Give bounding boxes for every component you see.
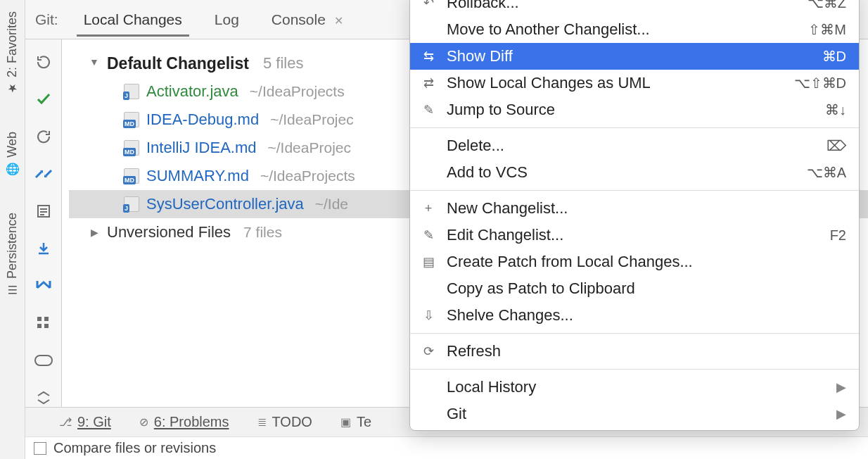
unshelve-button[interactable] xyxy=(34,276,53,295)
toolwindow-label: Te xyxy=(357,414,371,430)
rollback-icon: ↶ xyxy=(420,0,437,11)
toolwindow-todo[interactable]: ≣ TODO xyxy=(257,414,312,430)
md-file-icon: MD xyxy=(124,168,139,184)
shelve-button[interactable] xyxy=(34,239,53,258)
menu-item[interactable]: Delete...⌦ xyxy=(410,132,859,159)
tab-console[interactable]: Console ✕ xyxy=(262,3,353,36)
menu-item[interactable]: ↶Rollback...⌥⌘Z xyxy=(410,0,859,16)
toolwindow-git[interactable]: ⎇ 9: Git xyxy=(59,414,111,430)
close-icon[interactable]: ✕ xyxy=(334,15,343,27)
diff-icon xyxy=(34,167,53,181)
star-icon: ★ xyxy=(6,82,19,95)
menu-item[interactable]: Move to Another Changelist...⇧⌘M xyxy=(410,16,859,43)
file-path: ~/IdeaProjec xyxy=(268,139,352,156)
group-by-icon xyxy=(36,315,51,331)
toolwindow-label: TODO xyxy=(272,414,312,430)
menu-item[interactable]: Copy as Patch to Clipboard xyxy=(410,275,859,302)
menu-item-label: Delete... xyxy=(447,137,817,155)
menu-item-label: Show Local Changes as UML xyxy=(447,74,784,92)
menu-item-label: Shelve Changes... xyxy=(447,306,836,325)
svg-rect-1 xyxy=(37,317,42,321)
java-file-icon: J xyxy=(124,84,139,99)
globe-icon: 🌐 xyxy=(6,162,19,176)
commit-button[interactable] xyxy=(34,89,53,108)
menu-item[interactable]: ✎Jump to Source⌘↓ xyxy=(410,96,859,123)
shelve-icon xyxy=(36,241,51,256)
preview-button[interactable] xyxy=(34,351,53,370)
unversioned-count: 7 files xyxy=(243,224,282,241)
menu-item[interactable]: ⇆Show Diff⌘D xyxy=(410,43,859,70)
menu-separator xyxy=(410,369,859,370)
plus-icon: + xyxy=(420,201,437,216)
vcs-label: Git: xyxy=(35,11,61,28)
menu-item[interactable]: +New Changelist... xyxy=(410,195,859,222)
group-by-button[interactable] xyxy=(34,313,53,332)
edit-icon: ✎ xyxy=(420,102,437,118)
eye-icon xyxy=(34,355,53,366)
file-path: ~/IdeaProjects xyxy=(250,83,345,100)
unversioned-title: Unversioned Files xyxy=(107,223,231,241)
todo-icon: ≣ xyxy=(257,415,267,429)
toolwindow-label: 6: Problems xyxy=(154,414,229,430)
md-file-icon: MD xyxy=(124,140,139,156)
md-file-icon: MD xyxy=(124,112,139,127)
menu-item-shortcut: ⌥⌘A xyxy=(807,164,846,181)
side-tab-persistence[interactable]: ☰ Persistence xyxy=(4,208,21,301)
menu-item-label: Add to VCS xyxy=(447,163,797,182)
pencil-icon: ✎ xyxy=(420,227,437,243)
toolwindow-terminal[interactable]: ▣ Te xyxy=(340,414,371,430)
file-path: ~/Ide xyxy=(315,196,348,213)
menu-item[interactable]: ✎Edit Changelist...F2 xyxy=(410,222,859,249)
refresh-button[interactable] xyxy=(34,52,53,71)
menu-item-shortcut: ⌥⌘Z xyxy=(808,0,846,11)
menu-separator xyxy=(410,127,859,128)
vcs-toolbar xyxy=(25,39,62,407)
menu-item-label: Copy as Patch to Clipboard xyxy=(447,279,836,298)
toolwindow-problems[interactable]: ⊘ 6: Problems xyxy=(139,414,229,430)
menu-item[interactable]: Git▶ xyxy=(410,401,859,427)
tab-log[interactable]: Log xyxy=(205,3,249,36)
chevron-right-icon: ▶ xyxy=(89,227,100,238)
menu-item[interactable]: ⟳Refresh xyxy=(410,338,859,365)
refresh-icon: ⟳ xyxy=(420,344,437,359)
side-tab-favorites[interactable]: ★ 2: Favorites xyxy=(4,7,21,99)
svg-rect-4 xyxy=(44,324,49,328)
tab-local-changes[interactable]: Local Changes xyxy=(74,3,192,36)
side-tab-web[interactable]: 🌐 Web xyxy=(4,127,21,180)
java-file-icon: J xyxy=(124,196,139,212)
unshelve-icon xyxy=(34,278,53,294)
menu-item[interactable]: ▤Create Patch from Local Changes... xyxy=(410,249,859,275)
expand-all-button[interactable] xyxy=(34,388,53,407)
tab-label: Log xyxy=(215,11,239,27)
file-name: IntelliJ IDEA.md xyxy=(146,139,257,157)
status-text: Compare files or revisions xyxy=(53,440,216,456)
svg-rect-3 xyxy=(44,317,49,321)
menu-item[interactable]: Add to VCS⌥⌘A xyxy=(410,159,859,186)
show-diff-button[interactable] xyxy=(34,164,53,183)
menu-item-label: Rollback... xyxy=(447,0,798,12)
menu-item-label: Git xyxy=(447,405,826,423)
changelists-button[interactable] xyxy=(34,201,53,220)
file-name: Activator.java xyxy=(146,82,238,101)
shelve-icon: ⇩ xyxy=(420,308,437,323)
menu-separator xyxy=(410,333,859,334)
menu-item[interactable]: ⇩Shelve Changes... xyxy=(410,302,859,329)
menu-item-shortcut: ⌘↓ xyxy=(825,101,846,118)
status-checkbox[interactable] xyxy=(34,442,46,455)
patch-icon: ▤ xyxy=(420,254,437,270)
rollback-button[interactable] xyxy=(34,127,53,146)
menu-item[interactable]: ⇄Show Local Changes as UML⌥⇧⌘D xyxy=(410,70,859,96)
chevron-down-icon: ▼ xyxy=(89,56,100,68)
menu-item-label: Show Diff xyxy=(447,47,812,65)
warning-icon: ⊘ xyxy=(139,415,148,429)
tab-label: Local Changes xyxy=(84,11,182,27)
menu-item[interactable]: Local History▶ xyxy=(410,374,859,401)
left-gutter: ★ 2: Favorites 🌐 Web ☰ Persistence xyxy=(0,0,25,459)
menu-item-label: Move to Another Changelist... xyxy=(447,20,798,39)
file-name: SUMMARY.md xyxy=(146,167,249,185)
menu-item-label: Local History xyxy=(447,378,826,396)
uml-icon: ⇄ xyxy=(420,75,437,91)
tab-label: Console xyxy=(272,11,326,27)
menu-item-label: Jump to Source xyxy=(447,101,815,119)
menu-item-shortcut: F2 xyxy=(830,227,846,244)
